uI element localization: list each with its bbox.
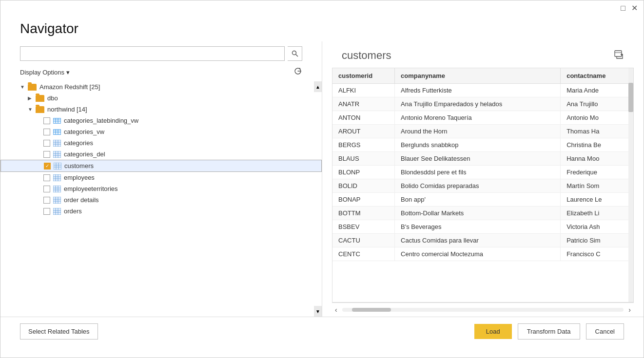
svg-line-1 — [295, 55, 298, 57]
tree-label: northwind [14] — [47, 106, 87, 113]
data-table-container: customerid companyname contactname ALFKI… — [332, 68, 634, 302]
tree-item-employees[interactable]: employees — [0, 172, 322, 183]
preview-title: customers — [342, 49, 391, 62]
table-cell: BERGS — [332, 138, 395, 152]
horiz-scroll-thumb — [352, 308, 391, 312]
options-row: Display Options ▾ — [0, 65, 322, 81]
tree-item-categories[interactable]: categories — [0, 137, 322, 149]
table-cell: Francisco C — [561, 247, 633, 261]
checkbox[interactable] — [43, 197, 50, 204]
cancel-button[interactable]: Cancel — [586, 323, 624, 339]
right-scrollbar-thumb — [628, 83, 633, 112]
checkbox[interactable]: ✓ — [44, 163, 51, 170]
tree-item-categories-latebinding-vw[interactable]: categories_latebinding_vw — [0, 115, 322, 126]
select-related-tables-button[interactable]: Select Related Tables — [20, 323, 98, 339]
view-icon — [53, 117, 61, 124]
search-icon — [292, 50, 298, 57]
table-cell: CENTC — [332, 247, 395, 261]
table-icon — [53, 197, 61, 204]
table-cell: BLAUS — [332, 152, 395, 166]
table-row: ANATRAna Trujillo Emparedados y heladosA… — [332, 97, 633, 111]
table-cell: Frederique — [561, 166, 633, 179]
tree-item-categories-vw[interactable]: categories_vw — [0, 126, 322, 137]
title-bar: □ ✕ — [0, 0, 644, 16]
display-options-label: Display Options — [20, 69, 64, 76]
table-cell: Berglunds snabbkop — [395, 138, 561, 152]
checkbox[interactable] — [43, 151, 50, 158]
tree-item-order-details[interactable]: order details — [0, 194, 322, 206]
table-cell: Hanna Moo — [561, 152, 633, 166]
expand-arrow: ▶ — [28, 95, 35, 101]
tree-label: orders — [64, 207, 82, 215]
checkbox[interactable] — [43, 208, 50, 215]
tree-item-amazon-redshift[interactable]: ▼ Amazon Redshift [25] — [0, 81, 322, 93]
checkbox[interactable] — [43, 186, 50, 192]
scroll-left-button[interactable]: ‹ — [332, 305, 340, 315]
table-cell: CACTU — [332, 234, 395, 247]
tree-label: order details — [64, 196, 99, 204]
transform-data-button[interactable]: Transform Data — [518, 323, 580, 339]
tree-label: categories — [64, 139, 93, 147]
tree-item-orders[interactable]: orders — [0, 206, 322, 217]
checkbox[interactable] — [43, 174, 50, 181]
search-button[interactable] — [288, 46, 302, 61]
table-icon — [53, 208, 61, 215]
folder-icon — [36, 95, 44, 102]
tree-item-northwind[interactable]: ▼ northwind [14] — [0, 104, 322, 115]
scroll-up-button[interactable]: ▲ — [314, 81, 322, 92]
refresh-button[interactable] — [293, 67, 302, 77]
table-cell: AROUT — [332, 125, 395, 138]
load-button[interactable]: Load — [474, 324, 512, 339]
table-cell: Antonio Mo — [561, 111, 633, 125]
tree-label: dbo — [47, 94, 58, 102]
preview-refresh-button[interactable] — [614, 50, 624, 61]
tree-label: customers — [64, 162, 94, 170]
preview-refresh-icon — [614, 50, 624, 59]
horiz-scroll-track[interactable] — [342, 308, 624, 312]
view-icon — [53, 129, 61, 135]
minimize-button[interactable]: □ — [621, 4, 625, 12]
tree-item-customers[interactable]: ✓ customers — [0, 160, 322, 172]
checkbox[interactable] — [43, 117, 50, 124]
svg-rect-27 — [53, 174, 61, 181]
right-scrollbar-track — [628, 68, 633, 302]
table-row: ANTONAntonio Moreno TaqueríaAntonio Mo — [332, 111, 633, 125]
search-input[interactable] — [20, 46, 285, 61]
table-icon — [53, 186, 61, 192]
tree-item-categories-del[interactable]: categories_del — [0, 149, 322, 160]
tree-item-dbo[interactable]: ▶ dbo — [0, 93, 322, 104]
table-cell: Bolido Comidas preparadas — [395, 179, 561, 193]
tree-item-employeeterritories[interactable]: employeeterritories — [0, 183, 322, 194]
scroll-right-button[interactable]: › — [625, 305, 634, 315]
table-cell: Laurence Le — [561, 193, 633, 207]
checkbox[interactable] — [43, 140, 50, 147]
display-options-button[interactable]: Display Options ▾ — [20, 69, 70, 76]
table-cell: Ana Trujillo Emparedados y helados — [395, 97, 561, 111]
close-button[interactable]: ✕ — [631, 4, 638, 12]
scroll-down-button[interactable]: ▼ — [314, 306, 322, 317]
table-cell: Maria Ande — [561, 84, 633, 97]
table-cell: Cactus Comidas para llevar — [395, 234, 561, 247]
svg-point-0 — [292, 51, 296, 55]
tree-label: categories_latebinding_vw — [64, 117, 138, 124]
table-cell: Bottom-Dollar Markets — [395, 207, 561, 220]
table-cell: B's Beverages — [395, 220, 561, 234]
table-row: BONAPBon app'Laurence Le — [332, 193, 633, 207]
table-cell: ANATR — [332, 97, 395, 111]
chevron-down-icon: ▾ — [66, 69, 70, 76]
horiz-scroll-row: ‹ › — [332, 302, 634, 317]
folder-icon — [28, 84, 37, 91]
svg-rect-37 — [53, 197, 61, 204]
tree-label: Amazon Redshift [25] — [39, 83, 100, 91]
svg-rect-7 — [53, 130, 61, 134]
data-table-scroll[interactable]: customerid companyname contactname ALFKI… — [332, 68, 633, 302]
table-icon — [53, 140, 61, 147]
table-cell: ALFKI — [332, 84, 395, 97]
refresh-icon — [293, 67, 302, 75]
table-cell: Blondesddsl pere et fils — [395, 166, 561, 179]
table-icon — [54, 163, 61, 170]
tree-scroll[interactable]: ▼ Amazon Redshift [25] ▶ dbo ▼ northwind… — [0, 81, 322, 317]
folder-icon — [36, 106, 44, 113]
checkbox[interactable] — [43, 129, 50, 135]
right-panel: customers customerid companyname — [322, 41, 644, 317]
